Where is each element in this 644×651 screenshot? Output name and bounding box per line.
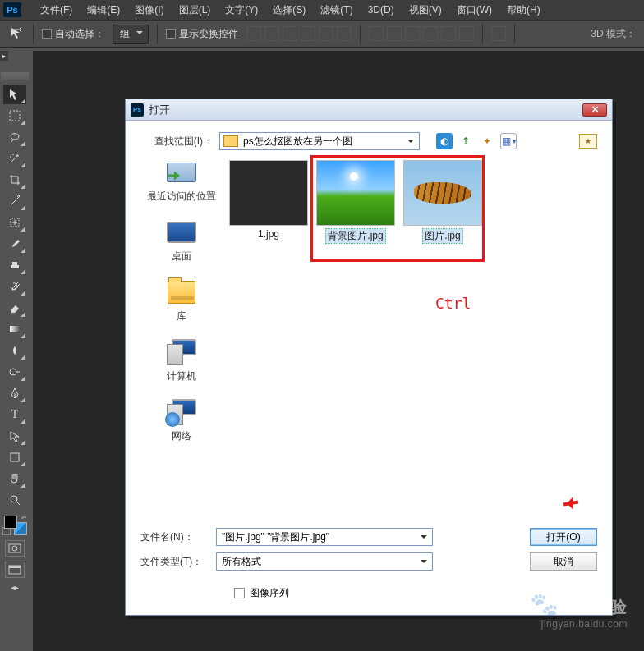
brush-tool[interactable] <box>3 234 26 254</box>
zoom-tool[interactable] <box>3 490 26 510</box>
nav-recent[interactable]: 最近访问的位置 <box>145 158 218 204</box>
eyedropper-tool[interactable] <box>3 191 26 211</box>
open-button[interactable]: 打开(O) <box>530 528 597 546</box>
menu-view[interactable]: 视图(V) <box>402 3 449 17</box>
svg-rect-2 <box>10 326 20 332</box>
lookin-label: 查找范围(I)： <box>140 135 213 149</box>
auto-align-icon <box>491 26 506 41</box>
desktop-icon <box>165 218 198 246</box>
lasso-tool[interactable] <box>3 127 26 147</box>
svg-rect-0 <box>10 111 20 121</box>
file-name: 1.jpg <box>258 228 279 240</box>
file-browser: 最近访问的位置 桌面 库 计算机 网络 <box>140 157 597 534</box>
image-sequence-checkbox[interactable]: 图像序列 <box>234 586 289 600</box>
crop-tool[interactable] <box>3 170 26 190</box>
menu-filter[interactable]: 滤镜(T) <box>313 3 360 17</box>
nav-network[interactable]: 网络 <box>145 398 218 443</box>
network-icon <box>165 398 198 426</box>
nav-library[interactable]: 库 <box>145 278 218 323</box>
cancel-button-label: 取消 <box>554 555 573 569</box>
shape-tool[interactable] <box>3 447 26 467</box>
auto-select-target-dropdown[interactable]: 组 <box>113 25 149 44</box>
paw-icon: 🐾 <box>530 591 554 618</box>
tools-collapse-toggle[interactable]: ◂▸ <box>11 583 19 592</box>
move-tool-icon <box>10 26 25 41</box>
eraser-tool[interactable] <box>3 298 26 318</box>
filename-row: 文件名(N)： "图片.jpg" "背景图片.jpg" 打开(O) <box>140 528 597 546</box>
annotation-ctrl-label: Ctrl <box>435 295 471 312</box>
close-button[interactable]: ✕ <box>582 103 607 117</box>
photoshop-logo: Ps <box>3 2 21 17</box>
menu-layer[interactable]: 图层(L) <box>172 3 218 17</box>
clone-stamp-tool[interactable] <box>3 255 26 275</box>
menu-image[interactable]: 图像(I) <box>127 3 171 17</box>
tools-panel-grip[interactable] <box>1 72 29 80</box>
back-button[interactable]: ◐ <box>436 133 453 149</box>
swap-colors-icon[interactable]: ⤺ <box>21 514 27 521</box>
filename-label: 文件名(N)： <box>140 530 211 544</box>
dialog-title-text: 打开 <box>149 103 170 117</box>
filename-input[interactable]: "图片.jpg" "背景图片.jpg" <box>216 528 433 546</box>
file-item[interactable]: 图片.jpg <box>401 157 485 247</box>
blur-tool[interactable] <box>3 341 26 360</box>
lookin-toolbar: ◐ ↥ ✦ ▦▾ <box>436 133 517 149</box>
menu-edit[interactable]: 编辑(E) <box>80 3 127 17</box>
lookin-value: ps怎么抠图放在另一个图 <box>243 135 352 149</box>
move-tool[interactable] <box>3 85 26 104</box>
annotation-arrow <box>562 495 586 511</box>
hint-icon[interactable]: ★ <box>579 134 597 149</box>
nav-library-label: 库 <box>177 309 186 323</box>
checkbox-icon <box>234 588 245 598</box>
nav-desktop[interactable]: 桌面 <box>145 218 218 264</box>
file-item[interactable]: 1.jpg <box>227 157 310 247</box>
open-button-label: 打开(O) <box>546 530 580 544</box>
lookin-row: 查找范围(I)： ps怎么抠图放在另一个图 ◐ ↥ ✦ ▦▾ ★ <box>140 132 597 150</box>
type-tool[interactable]: T <box>3 405 26 424</box>
show-transform-label: 显示变换控件 <box>179 27 238 41</box>
color-swatches[interactable]: ⤺ <box>2 514 27 535</box>
distribute-icons <box>369 26 474 41</box>
options-bar: 自动选择： 组 显示变换控件 3D 模式： <box>0 20 644 48</box>
marquee-tool[interactable] <box>3 106 26 126</box>
foreground-color[interactable] <box>4 516 17 529</box>
places-sidebar: 最近访问的位置 桌面 库 计算机 网络 <box>140 157 223 534</box>
file-item[interactable]: 背景图片.jpg <box>314 157 398 247</box>
separator <box>482 24 483 44</box>
nav-recent-label: 最近访问的位置 <box>147 190 216 204</box>
nav-computer[interactable]: 计算机 <box>145 338 218 383</box>
filetype-value: 所有格式 <box>222 555 261 569</box>
auto-select-label: 自动选择： <box>55 27 104 41</box>
menu-window[interactable]: 窗口(W) <box>449 3 499 17</box>
menu-3d[interactable]: 3D(D) <box>361 4 402 16</box>
new-folder-button[interactable]: ✦ <box>479 133 495 149</box>
history-brush-tool[interactable] <box>3 277 26 296</box>
menu-select[interactable]: 选择(S) <box>265 3 313 17</box>
3d-mode-label: 3D 模式： <box>591 27 636 41</box>
path-selection-tool[interactable] <box>3 426 26 446</box>
svg-point-7 <box>12 546 17 551</box>
open-dialog: Ps 打开 ✕ 查找范围(I)： ps怎么抠图放在另一个图 ◐ ↥ ✦ ▦▾ ★… <box>125 99 613 616</box>
lookin-dropdown[interactable]: ps怎么抠图放在另一个图 <box>219 132 420 150</box>
filetype-dropdown[interactable]: 所有格式 <box>216 552 433 571</box>
show-transform-checkbox[interactable]: 显示变换控件 <box>166 27 238 41</box>
hand-tool[interactable] <box>3 469 26 488</box>
panel-expand-toggle[interactable]: ▸ <box>0 51 8 61</box>
healing-brush-tool[interactable] <box>3 213 26 232</box>
gradient-tool[interactable] <box>3 319 26 339</box>
menu-help[interactable]: 帮助(H) <box>499 3 548 17</box>
menu-type[interactable]: 文字(Y) <box>218 3 265 17</box>
dodge-tool[interactable] <box>3 362 26 382</box>
recent-icon <box>165 158 198 186</box>
view-menu-button[interactable]: ▦▾ <box>500 133 517 149</box>
auto-select-checkbox[interactable]: 自动选择： <box>42 27 104 41</box>
file-list[interactable]: 1.jpg 背景图片.jpg 图片.jpg Ctrl <box>223 157 597 534</box>
screen-mode-toggle[interactable] <box>5 562 25 578</box>
up-one-level-button[interactable]: ↥ <box>458 133 474 149</box>
file-thumbnail <box>316 160 395 226</box>
dialog-titlebar[interactable]: Ps 打开 ✕ <box>126 99 612 121</box>
pen-tool[interactable] <box>3 383 26 403</box>
magic-wand-tool[interactable] <box>3 149 26 168</box>
quick-mask-toggle[interactable] <box>5 540 25 557</box>
menu-file[interactable]: 文件(F) <box>33 3 80 17</box>
cancel-button[interactable]: 取消 <box>530 552 597 571</box>
